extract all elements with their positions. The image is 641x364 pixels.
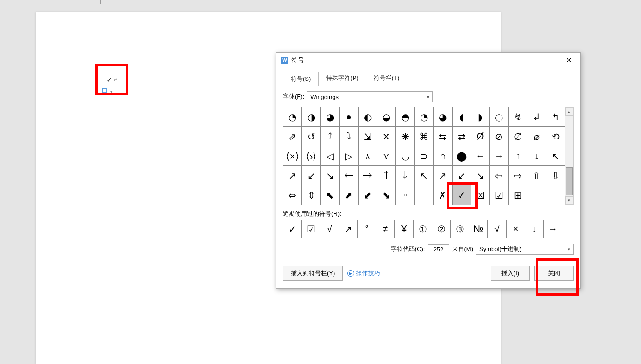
symbol-cell[interactable]: ◕: [320, 107, 339, 127]
symbol-cell[interactable]: ⋎: [377, 146, 395, 166]
symbol-cell[interactable]: ⇆: [434, 127, 452, 146]
symbol-cell[interactable]: ▫: [396, 185, 414, 205]
symbol-cell[interactable]: ↘: [471, 166, 489, 185]
symbol-cell[interactable]: [546, 185, 565, 205]
insert-button[interactable]: 插入(I): [491, 266, 530, 281]
recent-symbol-cell[interactable]: ✓: [283, 220, 302, 238]
symbol-cell[interactable]: ◌: [490, 107, 508, 127]
symbol-cell[interactable]: ⇔: [283, 185, 302, 205]
symbol-cell[interactable]: ✗: [434, 185, 452, 205]
recent-symbol-cell[interactable]: ↗: [339, 220, 358, 238]
tab-symbol-bar[interactable]: 符号栏(T): [366, 71, 407, 86]
recent-symbol-cell[interactable]: №: [469, 220, 488, 238]
symbol-cell[interactable]: ⬊: [377, 185, 395, 205]
symbol-cell[interactable]: ⌘: [414, 127, 433, 146]
symbol-cell[interactable]: ⊞: [508, 185, 527, 205]
recent-symbol-cell[interactable]: ☑: [302, 220, 320, 238]
symbol-cell[interactable]: ⌀: [527, 127, 546, 146]
symbol-cell[interactable]: ☑: [490, 185, 508, 205]
symbol-cell[interactable]: ⇕: [302, 185, 320, 205]
char-code-input[interactable]: [428, 244, 449, 254]
recent-symbol-cell[interactable]: °: [358, 220, 376, 238]
symbol-cell[interactable]: ❋: [396, 127, 414, 146]
symbol-cell[interactable]: ⇨: [508, 166, 527, 185]
symbol-cell[interactable]: ⤴: [320, 127, 339, 146]
recent-symbol-cell[interactable]: ≠: [376, 220, 395, 238]
recent-symbol-cell[interactable]: ×: [507, 220, 525, 238]
symbol-cell[interactable]: ↯: [508, 107, 527, 127]
symbol-cell[interactable]: ⇦: [490, 166, 508, 185]
tab-special-chars[interactable]: 特殊字符(P): [319, 71, 366, 86]
symbol-cell[interactable]: ⬋: [358, 185, 377, 205]
symbol-cell[interactable]: ◑: [302, 107, 320, 127]
symbol-cell[interactable]: ⟨›⟩: [302, 146, 320, 166]
symbol-cell[interactable]: ↲: [527, 107, 546, 127]
symbol-cell[interactable]: ↖: [414, 166, 433, 185]
symbol-cell[interactable]: ↘: [320, 166, 339, 185]
symbol-cell[interactable]: 🡓: [396, 166, 414, 185]
symbol-cell[interactable]: Ø: [471, 127, 489, 146]
symbol-cell[interactable]: ↗: [434, 166, 452, 185]
recent-symbol-cell[interactable]: √: [488, 220, 507, 238]
symbol-cell[interactable]: ↑: [508, 146, 527, 166]
symbol-cell[interactable]: ✓: [452, 185, 471, 205]
recent-symbol-cell[interactable]: ¥: [395, 220, 414, 238]
symbol-cell[interactable]: ●: [340, 107, 358, 127]
symbol-cell[interactable]: ⟨×⟩: [283, 146, 302, 166]
symbol-cell[interactable]: 🡐: [340, 166, 358, 185]
symbol-cell[interactable]: 🡑: [377, 166, 395, 185]
scroll-up-icon[interactable]: ▴: [565, 107, 573, 116]
symbol-cell[interactable]: ⬈: [340, 185, 358, 205]
scroll-track[interactable]: [565, 116, 573, 196]
symbol-cell[interactable]: ◐: [358, 107, 377, 127]
symbol-cell[interactable]: ⬉: [320, 185, 339, 205]
symbol-cell[interactable]: ↺: [302, 127, 320, 146]
symbol-cell[interactable]: ◡: [396, 146, 414, 166]
symbol-cell[interactable]: ◓: [396, 107, 414, 127]
symbol-cell[interactable]: ☒: [471, 185, 489, 205]
recent-symbol-cell[interactable]: ③: [451, 220, 469, 238]
symbol-cell[interactable]: ⊃: [414, 146, 433, 166]
symbol-cell[interactable]: ▫: [414, 185, 433, 205]
symbol-cell[interactable]: ◕: [434, 107, 452, 127]
close-icon[interactable]: ✕: [561, 54, 575, 66]
close-button[interactable]: 关闭: [534, 266, 574, 281]
symbol-cell[interactable]: ▷: [340, 146, 358, 166]
symbol-cell[interactable]: ◁: [320, 146, 339, 166]
symbol-cell[interactable]: ↙: [452, 166, 471, 185]
symbol-cell[interactable]: ⇗: [283, 127, 302, 146]
symbol-cell[interactable]: [527, 185, 546, 205]
dialog-titlebar[interactable]: W 符号 ✕: [276, 53, 580, 68]
symbol-cell[interactable]: ↖: [546, 146, 565, 166]
recent-symbol-cell[interactable]: ②: [432, 220, 451, 238]
scroll-thumb[interactable]: [566, 167, 573, 195]
symbol-scrollbar[interactable]: ▴ ▾: [565, 107, 574, 205]
symbol-cell[interactable]: ⊘: [490, 127, 508, 146]
tips-link[interactable]: ▶ 操作技巧: [347, 269, 380, 278]
symbol-cell[interactable]: →: [490, 146, 508, 166]
symbol-cell[interactable]: ◒: [377, 107, 395, 127]
symbol-cell[interactable]: ⋏: [358, 146, 377, 166]
symbol-cell[interactable]: ◗: [471, 107, 489, 127]
symbol-cell[interactable]: ∩: [434, 146, 452, 166]
symbol-cell[interactable]: ⬤: [452, 146, 471, 166]
symbol-cell[interactable]: ⇧: [527, 166, 546, 185]
recent-symbol-cell[interactable]: ↓: [525, 220, 544, 238]
symbol-cell[interactable]: ∅: [508, 127, 527, 146]
symbol-cell[interactable]: ⟲: [546, 127, 565, 146]
symbol-cell[interactable]: ↓: [527, 146, 546, 166]
recent-symbol-cell[interactable]: ①: [414, 220, 432, 238]
symbol-cell[interactable]: ✕: [377, 127, 395, 146]
recent-symbol-cell[interactable]: √: [320, 220, 339, 238]
tab-symbols[interactable]: 符号(S): [283, 72, 319, 86]
symbol-cell[interactable]: ↙: [302, 166, 320, 185]
symbol-cell[interactable]: ↰: [546, 107, 565, 127]
from-select[interactable]: Symbol(十进制) ▾: [476, 244, 574, 255]
symbol-cell[interactable]: ⇄: [452, 127, 471, 146]
symbol-cell[interactable]: ↗: [283, 166, 302, 185]
symbol-cell[interactable]: ⤵: [340, 127, 358, 146]
symbol-cell[interactable]: ←: [471, 146, 489, 166]
symbol-cell[interactable]: ◔: [283, 107, 302, 127]
insert-to-bar-button[interactable]: 插入到符号栏(Y): [283, 266, 343, 281]
symbol-cell[interactable]: ◖: [452, 107, 471, 127]
